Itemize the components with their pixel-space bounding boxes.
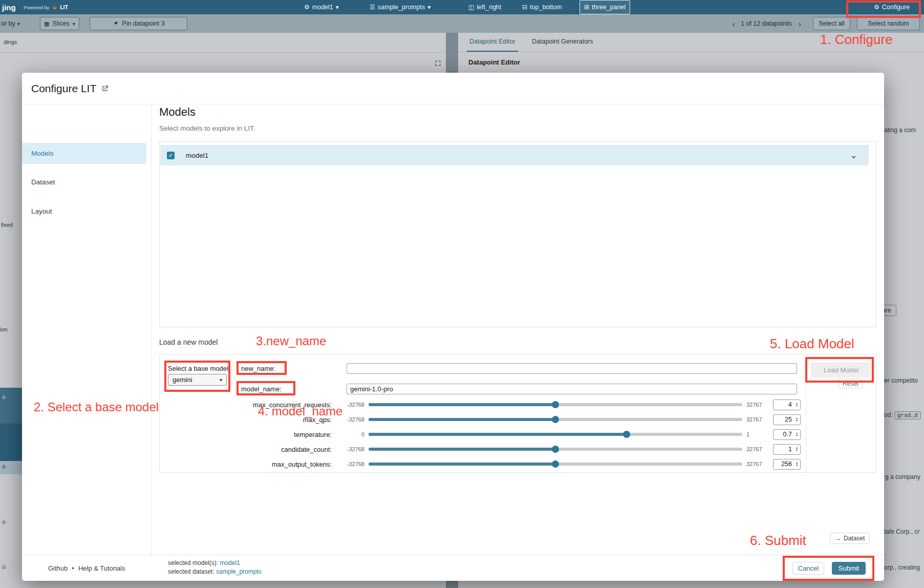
prev-datapoint-button[interactable]: ‹ <box>733 14 735 33</box>
select-random-button[interactable]: Select random <box>857 17 920 30</box>
help-tutorials-link[interactable]: Help & Tutorials <box>78 564 125 572</box>
slider-fill <box>369 463 555 466</box>
goto-dataset-button[interactable]: → Dataset <box>830 533 870 544</box>
dialog-title: Configure LIT <box>31 82 96 95</box>
slider-track[interactable] <box>369 463 742 466</box>
slider-track[interactable] <box>369 433 742 436</box>
number-stepper[interactable]: 0.7 ▴▾ <box>773 429 801 440</box>
model-list-row[interactable]: ✓ model1 ⌄ <box>160 145 869 165</box>
model-selector-label: model1 <box>312 4 333 11</box>
spin-down-icon[interactable]: ▾ <box>796 464 798 467</box>
dialog-header: Configure LIT <box>22 73 884 104</box>
slider-track[interactable] <box>369 418 742 421</box>
configure-button-label: Configure <box>882 4 910 11</box>
slider-track[interactable] <box>369 403 742 406</box>
stepper-arrows[interactable]: ▴▾ <box>793 461 800 467</box>
layout-top-bottom-button[interactable]: ⊟ top_bottom <box>522 0 562 14</box>
slider-row-candidate-count: candidate_count: -32768 32767 1 ▴▾ <box>168 442 801 456</box>
stepper-arrows[interactable]: ▴▾ <box>793 417 800 422</box>
number-stepper[interactable]: 1 ▴▾ <box>773 444 801 455</box>
spin-down-icon[interactable]: ▾ <box>796 434 798 437</box>
dialog-footer: Github • Help & Tutorials selected model… <box>22 555 884 581</box>
sidebar-item-label: Dataset <box>31 178 55 186</box>
slider-row-temperature: temperature: 0 1 0.7 ▴▾ <box>168 427 801 442</box>
sidebar-item-layout[interactable]: Layout <box>22 201 146 221</box>
open-in-new-icon[interactable] <box>101 85 109 93</box>
stepper-arrows[interactable]: ▴▾ <box>793 432 800 437</box>
flame-icon <box>52 4 57 11</box>
stepper-arrows[interactable]: ▴▾ <box>793 447 800 452</box>
number-stepper[interactable]: 25 ▴▾ <box>773 414 801 425</box>
slider-max: 32767 <box>746 416 769 423</box>
sidebar-item-label: Models <box>31 150 54 157</box>
slider-thumb[interactable] <box>552 416 559 423</box>
color-by-dropdown[interactable]: or by ▾ <box>1 14 20 33</box>
github-link[interactable]: Github <box>48 564 68 572</box>
reset-button[interactable]: Reset <box>838 379 863 388</box>
layout-left-right-button[interactable]: ◫ left_right <box>468 0 501 14</box>
dataset-selector-label: sample_prompts <box>378 4 425 11</box>
model-list: ✓ model1 ⌄ <box>159 141 876 327</box>
chevron-down-icon[interactable]: ⌄ <box>850 153 857 158</box>
caret-down-icon: ▾ <box>427 4 431 10</box>
submit-button[interactable]: Submit <box>832 562 866 575</box>
slider-thumb[interactable] <box>552 401 559 408</box>
select-all-button[interactable]: Select all <box>813 17 850 30</box>
next-datapoint-button[interactable]: › <box>799 14 801 33</box>
app-title-fragment: jing <box>2 0 16 14</box>
arrow-right-icon: → <box>835 535 841 542</box>
slider-max: 1 <box>746 431 769 437</box>
stepper-value: 1 <box>773 446 793 453</box>
sidebar-item-models[interactable]: Models <box>22 143 146 164</box>
spin-down-icon[interactable]: ▾ <box>796 449 798 452</box>
model-checkbox[interactable]: ✓ <box>167 152 175 159</box>
slider-fill <box>369 403 555 406</box>
spin-down-icon[interactable]: ▾ <box>796 405 798 407</box>
annotation-2-select-base-model: 2. Select a base model <box>34 400 159 414</box>
dataset-selector-button[interactable]: ☰ sample_prompts ▾ <box>370 0 431 14</box>
pin-icon <box>112 20 119 27</box>
slider-min: 0 <box>336 431 364 437</box>
cancel-button[interactable]: Cancel <box>792 562 824 575</box>
model-name-label: model_name: <box>241 385 282 393</box>
layout-three-panel-icon: ⊞ <box>584 4 589 10</box>
new-name-input[interactable] <box>347 363 797 374</box>
layout-three-panel-button[interactable]: ⊞ three_panel <box>579 0 630 14</box>
slider-fill <box>369 433 627 436</box>
slider-thumb[interactable] <box>552 460 559 468</box>
number-stepper[interactable]: 4 ▴▾ <box>773 400 801 410</box>
model-selector-button[interactable]: ⚙ model1 ▾ <box>304 0 339 14</box>
caret-down-icon: ▾ <box>17 21 20 27</box>
layout-left-right-icon: ◫ <box>468 4 474 10</box>
models-pane-heading: Models <box>159 106 196 119</box>
select-random-label: Select random <box>868 20 909 27</box>
selected-dataset-link[interactable]: sample_prompts <box>216 568 262 575</box>
stepper-arrows[interactable]: ▴▾ <box>793 402 800 407</box>
sidebar-item-dataset[interactable]: Dataset <box>22 172 146 192</box>
app-toolbar: or by ▾ ▦ Slices ▾ Pin datapoint 3 ‹ 1 o… <box>0 14 924 33</box>
slider-min: -32768 <box>336 461 364 467</box>
slider-track[interactable] <box>369 448 742 451</box>
stepper-value: 0.7 <box>773 431 793 438</box>
slider-label: candidate_count: <box>168 446 332 453</box>
pin-datapoint-button[interactable]: Pin datapoint 3 <box>90 17 187 30</box>
annotation-3-new-name: 3.new_name <box>256 334 326 348</box>
number-stepper[interactable]: 256 ▴▾ <box>773 459 801 470</box>
selected-model-link[interactable]: model1 <box>220 559 240 566</box>
spin-down-icon[interactable]: ▾ <box>796 419 798 422</box>
slider-thumb[interactable] <box>623 431 630 438</box>
annotation-5-load-model: 5. Load Model <box>770 336 854 352</box>
base-model-value: gemini <box>173 376 192 384</box>
configure-button[interactable]: ⚙ Configure <box>874 0 910 14</box>
model-name-input[interactable] <box>347 384 797 394</box>
layout-top-bottom-label: top_bottom <box>530 4 562 11</box>
base-model-select[interactable]: gemini ▾ <box>168 374 227 386</box>
gear-icon: ⚙ <box>874 4 879 10</box>
lit-logo-text: LIT <box>60 4 68 10</box>
slider-thumb[interactable] <box>552 446 559 453</box>
cancel-button-label: Cancel <box>798 564 819 572</box>
load-model-button[interactable]: Load Model <box>811 362 871 377</box>
slices-button[interactable]: ▦ Slices ▾ <box>40 17 79 30</box>
slider-max: 32767 <box>746 461 769 467</box>
chevron-left-icon: ‹ <box>733 19 735 28</box>
